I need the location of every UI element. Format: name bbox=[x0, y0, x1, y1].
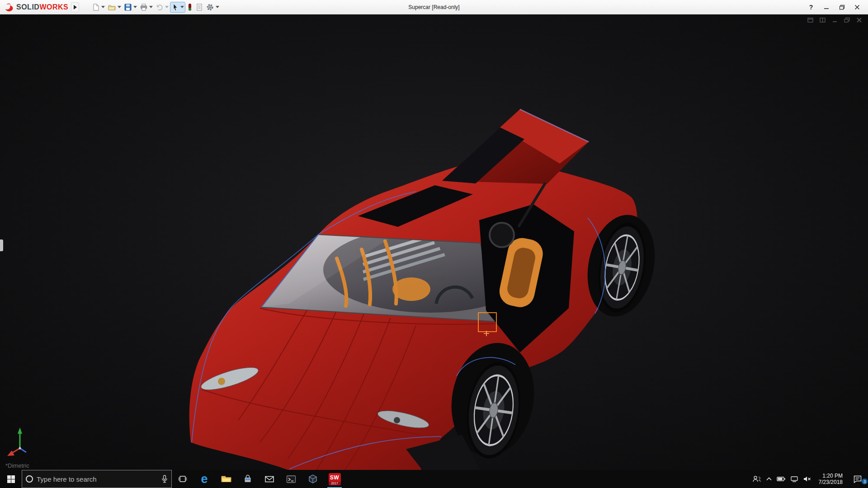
battery-button[interactable] bbox=[777, 476, 786, 482]
network-icon bbox=[790, 476, 798, 482]
start-button[interactable] bbox=[0, 470, 22, 488]
save-icon bbox=[124, 3, 132, 11]
search-input[interactable] bbox=[37, 475, 158, 483]
restore-button[interactable] bbox=[835, 2, 848, 13]
solidworks-logo: SOLIDWORKS bbox=[0, 2, 71, 12]
chevron-down-icon[interactable] bbox=[149, 6, 153, 8]
graphics-viewport[interactable]: *Dimetric bbox=[0, 14, 868, 470]
terminal-button[interactable] bbox=[280, 470, 302, 488]
network-button[interactable] bbox=[790, 476, 798, 482]
people-icon bbox=[752, 475, 761, 483]
help-button[interactable]: ? bbox=[805, 2, 817, 13]
file-explorer-button[interactable] bbox=[215, 470, 237, 488]
new-document-icon bbox=[92, 3, 100, 11]
notification-badge: 3 bbox=[862, 479, 868, 484]
doc-close-button[interactable] bbox=[856, 17, 863, 23]
clock-time: 1:20 PM bbox=[822, 473, 843, 479]
solidworks-app-icon: SW 2017 bbox=[329, 473, 341, 485]
undo-button[interactable] bbox=[155, 2, 170, 12]
open-folder-icon bbox=[108, 3, 116, 11]
print-button[interactable] bbox=[139, 2, 154, 12]
brand-wordmark: SOLIDWORKS bbox=[16, 3, 68, 11]
save-button[interactable] bbox=[123, 2, 138, 12]
open-document-button[interactable] bbox=[107, 2, 122, 12]
hexagon-cube-icon bbox=[308, 474, 318, 484]
x-axis-arrow bbox=[7, 450, 14, 456]
action-center-icon bbox=[853, 475, 862, 483]
terminal-icon bbox=[286, 475, 296, 483]
solidworks-window: SOLIDWORKS bbox=[0, 0, 868, 488]
titlebar: SOLIDWORKS bbox=[0, 0, 868, 14]
sw-abbr-label: SW bbox=[330, 474, 339, 481]
doc-minimize-button[interactable] bbox=[831, 17, 838, 23]
windows-logo-icon bbox=[7, 475, 15, 483]
y-axis-arrow bbox=[18, 427, 22, 434]
select-tool-button[interactable] bbox=[170, 2, 185, 12]
minimize-icon bbox=[824, 5, 829, 10]
chevron-down-icon[interactable] bbox=[101, 6, 105, 8]
chevron-up-icon bbox=[766, 477, 772, 481]
rebuild-icon bbox=[187, 3, 193, 11]
solidworks-app-button[interactable]: SW 2017 bbox=[324, 470, 345, 488]
volume-button[interactable] bbox=[803, 476, 811, 482]
edrawings-app-button[interactable] bbox=[302, 470, 324, 488]
view-orientation-label: *Dimetric bbox=[5, 462, 29, 469]
chevron-down-icon[interactable] bbox=[180, 6, 184, 8]
options-button[interactable] bbox=[205, 2, 220, 12]
flyout-arrow-icon bbox=[74, 5, 77, 9]
quick-access-toolbar bbox=[91, 2, 220, 12]
edge-icon: e bbox=[201, 473, 208, 485]
undo-icon bbox=[156, 3, 164, 11]
chevron-down-icon[interactable] bbox=[133, 6, 137, 8]
brand-solid: SOLID bbox=[16, 3, 39, 11]
store-bag-icon bbox=[243, 474, 252, 483]
rebuild-button[interactable] bbox=[186, 2, 194, 12]
orientation-triad bbox=[5, 425, 38, 459]
system-tray: 1:20 PM 7/23/2018 3 bbox=[752, 470, 868, 488]
minimize-button[interactable] bbox=[820, 2, 833, 13]
restore-icon bbox=[839, 5, 845, 10]
file-properties-icon bbox=[196, 3, 203, 11]
help-glyph: ? bbox=[809, 4, 813, 11]
doc-window-icon-2[interactable] bbox=[819, 17, 826, 23]
people-button[interactable] bbox=[752, 475, 761, 483]
battery-icon bbox=[777, 476, 786, 482]
task-view-icon bbox=[178, 474, 188, 483]
gear-icon bbox=[206, 3, 214, 11]
hidden-icons-button[interactable] bbox=[766, 477, 772, 481]
document-window-controls bbox=[807, 17, 863, 23]
menu-flyout-button[interactable] bbox=[71, 2, 79, 12]
task-view-button[interactable] bbox=[172, 470, 193, 488]
taskbar-search[interactable] bbox=[22, 470, 172, 488]
windows-taskbar: e bbox=[0, 470, 868, 488]
close-button[interactable] bbox=[851, 2, 863, 13]
doc-window-icon-1[interactable] bbox=[807, 17, 814, 23]
chevron-down-icon[interactable] bbox=[216, 6, 219, 8]
seat-headrest bbox=[490, 223, 514, 247]
chevron-down-icon[interactable] bbox=[118, 6, 121, 8]
brand-works: WORKS bbox=[39, 3, 68, 11]
mail-envelope-icon bbox=[264, 475, 274, 483]
print-icon bbox=[140, 3, 148, 11]
scene-canvas bbox=[0, 14, 868, 470]
ds-logo-icon bbox=[4, 2, 14, 12]
mail-button[interactable] bbox=[259, 470, 280, 488]
sw-year-label: 2017 bbox=[329, 482, 341, 485]
edge-browser-button[interactable]: e bbox=[193, 470, 215, 488]
microphone-icon[interactable] bbox=[161, 475, 168, 483]
file-explorer-icon bbox=[221, 474, 232, 483]
doc-restore-button[interactable] bbox=[844, 17, 850, 23]
taskbar-clock[interactable]: 1:20 PM 7/23/2018 bbox=[816, 473, 845, 485]
chevron-down-icon[interactable] bbox=[165, 6, 169, 8]
select-cursor-icon bbox=[171, 3, 179, 11]
window-controls: ? bbox=[805, 2, 868, 13]
new-document-button[interactable] bbox=[91, 2, 106, 12]
speaker-muted-icon bbox=[803, 476, 811, 482]
action-center-button[interactable]: 3 bbox=[850, 475, 865, 483]
close-icon bbox=[854, 5, 860, 10]
collapsed-panel-tab[interactable] bbox=[0, 239, 3, 251]
cortana-icon bbox=[26, 475, 33, 483]
store-button[interactable] bbox=[237, 470, 259, 488]
clock-date: 7/23/2018 bbox=[819, 479, 843, 485]
file-properties-button[interactable] bbox=[195, 2, 204, 12]
